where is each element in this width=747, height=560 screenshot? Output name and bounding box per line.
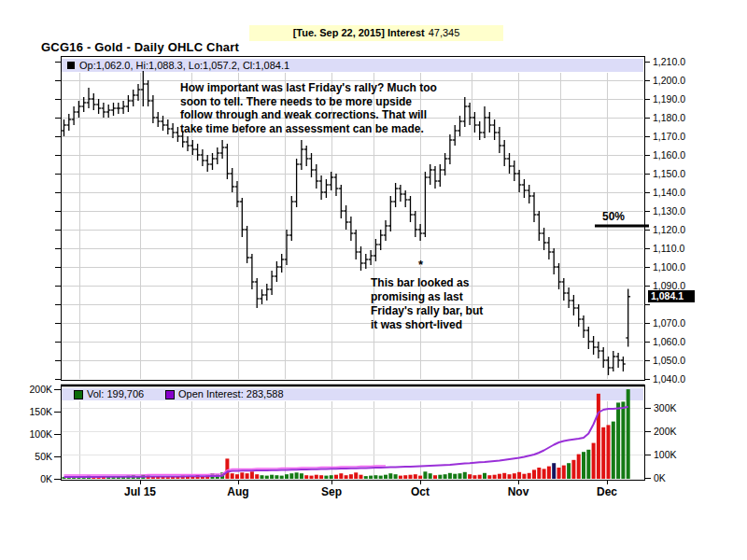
open-interest-axis-label: 300K	[654, 402, 677, 413]
volume-axis-label: 150K	[15, 406, 52, 417]
rally-comment-annotation: How important was last Friday's rally? M…	[180, 81, 437, 135]
price-axis-label: 1,050.0	[653, 355, 685, 366]
annotation-line: Friday's rally bar, but	[371, 304, 483, 318]
open-interest-axis-label: 0K	[654, 472, 666, 483]
month-axis-label: Aug	[227, 485, 248, 498]
annotation-line: How important was last Friday's rally? M…	[180, 81, 437, 95]
asterisk-marker: *	[418, 258, 423, 272]
annotation-line: follow through and weak corrections. Tha…	[180, 108, 437, 122]
open-interest-axis-label: 100K	[654, 449, 677, 460]
month-axis-label: Dec	[597, 485, 617, 498]
last-price-tag: 1,084.1	[648, 290, 695, 302]
annotation-line: promising as last	[371, 290, 483, 304]
open-interest-axis-label: 200K	[654, 426, 677, 437]
month-axis-label: Sep	[321, 485, 342, 498]
month-axis-label: Nov	[508, 485, 529, 498]
chart-page: [Tue. Sep 22, 2015] Interest47,345 GCG16…	[0, 0, 747, 560]
bar-comment-annotation: This bar looked aspromising as lastFrida…	[371, 276, 483, 332]
annotation-line: soon to tell. There needs to be more ups…	[180, 95, 437, 109]
month-axis-label: Jul 15	[124, 485, 156, 498]
volume-axis-label: 50K	[15, 451, 52, 462]
price-axis-label: 1,040.0	[653, 373, 685, 385]
annotation-line: This bar looked as	[371, 276, 483, 290]
volume-axis-label: 200K	[15, 384, 52, 395]
price-axis-label: 1,130.0	[653, 205, 685, 217]
price-axis-label: 1,120.0	[653, 224, 685, 235]
price-axis-label: 1,190.0	[653, 93, 685, 105]
price-axis-label: 1,070.0	[653, 317, 685, 329]
price-axis-label: 1,200.0	[653, 75, 685, 86]
price-axis-label: 1,060.0	[653, 336, 685, 347]
price-axis-label: 1,100.0	[653, 261, 685, 273]
price-axis-label: 1,180.0	[653, 112, 685, 123]
price-axis-label: 1,210.0	[653, 56, 685, 67]
volume-chart-frame	[61, 385, 644, 480]
fifty-percent-label: 50%	[602, 210, 625, 223]
volume-axis-label: 0K	[15, 473, 52, 484]
price-axis-label: 1,140.0	[653, 187, 685, 198]
price-axis-label: 1,160.0	[653, 149, 685, 161]
volume-bars	[63, 389, 630, 479]
price-axis-label: 1,110.0	[653, 243, 684, 254]
annotation-line: it was short-lived	[371, 318, 483, 332]
volume-axis-label: 100K	[15, 428, 52, 440]
annotation-line: take time before an assessment can be ma…	[180, 122, 437, 136]
price-axis-label: 1,170.0	[653, 131, 685, 142]
price-axis-label: 1,150.0	[653, 168, 685, 179]
month-axis-label: Oct	[411, 485, 430, 498]
